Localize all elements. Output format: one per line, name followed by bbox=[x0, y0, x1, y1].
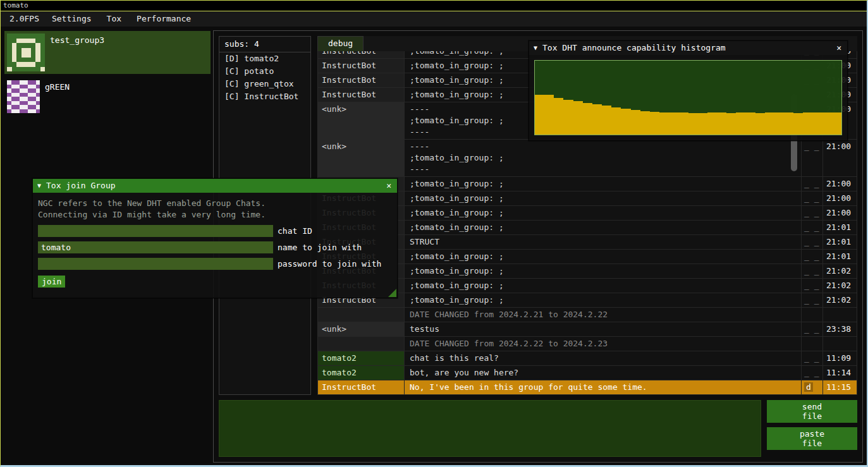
join-input-name-to-join-with[interactable] bbox=[38, 241, 273, 253]
join-input-chat-ID[interactable] bbox=[38, 225, 273, 237]
avatar-cell bbox=[21, 33, 27, 39]
group-item-test_group3[interactable]: test_group3 bbox=[4, 31, 211, 74]
flag-marks: _ _ bbox=[804, 208, 819, 217]
dht-histogram-title: Tox DHT announce capability histogram bbox=[542, 42, 726, 54]
avatar-cell bbox=[35, 48, 40, 53]
message-row[interactable]: InstructBot;tomato_in_group: ;_ _21:02 bbox=[318, 278, 857, 293]
paste-file-button[interactable]: paste file bbox=[767, 427, 857, 450]
message-row[interactable]: <unk>testus_ _23:38 bbox=[318, 322, 857, 336]
avatar-cell bbox=[31, 39, 36, 44]
subs-header: subs: 4 bbox=[219, 37, 310, 52]
message-time: 21:01 bbox=[822, 235, 857, 249]
histogram-bar bbox=[554, 98, 563, 135]
avatar-cell bbox=[26, 43, 31, 48]
avatar-cell bbox=[12, 33, 17, 39]
message-text: DATE CHANGED from 2024.2.21 to 2024.2.22 bbox=[405, 308, 801, 322]
subs-member[interactable]: [D] tomato2 bbox=[219, 52, 310, 65]
message-row[interactable]: InstructBot;tomato_in_group: ;_ _21:01 bbox=[318, 249, 857, 264]
close-icon[interactable]: ✕ bbox=[835, 42, 843, 54]
histogram-bar bbox=[631, 110, 640, 135]
collapse-icon[interactable]: ▼ bbox=[37, 180, 41, 191]
subs-member[interactable]: [C] green_qtox bbox=[219, 78, 310, 90]
message-input[interactable] bbox=[219, 400, 761, 457]
message-text: testus bbox=[405, 322, 801, 336]
message-row[interactable]: InstructBotNo, I've been in this group f… bbox=[318, 380, 857, 394]
resize-grip[interactable] bbox=[388, 289, 396, 297]
tab-debug[interactable]: debug bbox=[317, 36, 364, 51]
close-icon[interactable]: ✕ bbox=[385, 180, 393, 191]
message-sender: <unk> bbox=[318, 322, 405, 336]
message-flags: _ _ bbox=[801, 351, 822, 365]
message-text: DATE CHANGED from 2024.2.22 to 2024.2.23 bbox=[405, 337, 801, 351]
avatar-cell bbox=[7, 62, 12, 67]
avatar-cell bbox=[21, 62, 27, 67]
message-row[interactable]: InstructBot;tomato_in_group: ;_ _21:02 bbox=[318, 293, 857, 307]
avatar-cell bbox=[16, 67, 21, 72]
histogram-bar bbox=[822, 112, 832, 135]
menu-item-settings[interactable]: Settings bbox=[44, 13, 99, 25]
message-flags: d bbox=[801, 380, 822, 394]
message-row[interactable]: InstructBotSTRUCT_ _21:01 bbox=[318, 234, 857, 249]
window-title: tomato bbox=[1, 1, 867, 11]
join-fields: chat IDname to join withpassword to join… bbox=[38, 225, 392, 270]
join-field-label: chat ID bbox=[278, 226, 312, 237]
message-row[interactable]: InstructBot;tomato_in_group: ;_ _21:00 bbox=[318, 205, 857, 220]
join-button[interactable]: join bbox=[38, 276, 65, 288]
dht-histogram-body bbox=[529, 55, 847, 140]
dht-histogram-window: ▼ Tox DHT announce capability histogram … bbox=[529, 40, 848, 141]
histogram-bar bbox=[726, 113, 736, 135]
send-file-button[interactable]: send file bbox=[767, 400, 857, 423]
message-flags: _ _ bbox=[801, 293, 822, 307]
flag-marks: _ _ bbox=[804, 266, 819, 276]
message-row[interactable]: InstructBot;tomato_in_group: ;_ _21:02 bbox=[318, 264, 857, 278]
message-text: No, I've been in this group for quite so… bbox=[405, 380, 801, 394]
join-field-row: name to join with bbox=[38, 241, 392, 253]
avatar-cell bbox=[40, 67, 46, 72]
message-row[interactable]: tomato2chat is this real?_ _11:09 bbox=[318, 351, 857, 365]
message-sender: InstructBot bbox=[318, 51, 405, 58]
avatar-cell bbox=[12, 62, 17, 67]
message-row[interactable]: InstructBot;tomato_in_group: ;_ _21:00 bbox=[318, 191, 857, 205]
avatar-cell bbox=[21, 43, 27, 48]
histogram-bar bbox=[669, 112, 678, 135]
menu-item-tox[interactable]: Tox bbox=[99, 13, 129, 25]
message-flags: _ _ bbox=[801, 191, 822, 205]
group-avatar bbox=[7, 33, 45, 71]
avatar-cell bbox=[12, 52, 17, 58]
histogram-plot bbox=[534, 60, 842, 135]
join-group-window: ▼ Tox join Group ✕ NGC refers to the New… bbox=[32, 178, 398, 298]
avatar-cell bbox=[21, 39, 27, 44]
join-info-line1: NGC refers to the New DHT enabled Group … bbox=[38, 198, 392, 209]
message-row[interactable]: InstructBot;tomato_in_group: ;_ _21:00 bbox=[318, 176, 857, 191]
flag-marks: _ _ bbox=[804, 142, 819, 151]
subs-member[interactable]: [C] potato bbox=[219, 65, 310, 78]
collapse-icon[interactable]: ▼ bbox=[534, 42, 537, 54]
histogram-bar bbox=[765, 112, 774, 135]
message-row[interactable]: DATE CHANGED from 2024.2.21 to 2024.2.22 bbox=[318, 307, 857, 322]
menu-item-performance[interactable]: Performance bbox=[129, 13, 199, 25]
avatar-cell bbox=[31, 58, 36, 63]
message-sender: tomato2 bbox=[318, 366, 405, 380]
avatar-cell bbox=[7, 58, 12, 63]
message-time: 11:14 bbox=[822, 366, 857, 380]
message-row[interactable]: InstructBot;tomato_in_group: ;_ _21:01 bbox=[318, 220, 857, 234]
message-sender: InstructBot bbox=[318, 380, 405, 394]
histogram-bar bbox=[803, 112, 812, 135]
join-info-line2: Connecting via ID might take a very long… bbox=[38, 209, 392, 221]
message-row[interactable]: tomato2bot, are you new here?_ _11:14 bbox=[318, 365, 857, 380]
message-flags: _ _ bbox=[801, 264, 822, 278]
subs-member[interactable]: [C] InstructBot bbox=[219, 90, 310, 103]
join-input-password-to-join-with[interactable] bbox=[38, 258, 273, 270]
avatar-cell bbox=[40, 39, 46, 44]
message-row[interactable]: <unk>---- ;tomato_in_group: ; ----_ _21:… bbox=[318, 139, 857, 176]
message-time: 21:01 bbox=[822, 221, 857, 234]
avatar-cell bbox=[16, 48, 21, 53]
message-flags bbox=[801, 337, 822, 351]
histogram-bar bbox=[535, 95, 544, 135]
message-sender: <unk> bbox=[318, 102, 405, 139]
avatar-cell bbox=[26, 39, 31, 44]
message-row[interactable]: DATE CHANGED from 2024.2.22 to 2024.2.23 bbox=[318, 336, 857, 351]
histogram-bar bbox=[688, 113, 698, 135]
group-item-gREEN[interactable]: gREEN bbox=[4, 78, 211, 116]
histogram-bar bbox=[745, 112, 755, 135]
